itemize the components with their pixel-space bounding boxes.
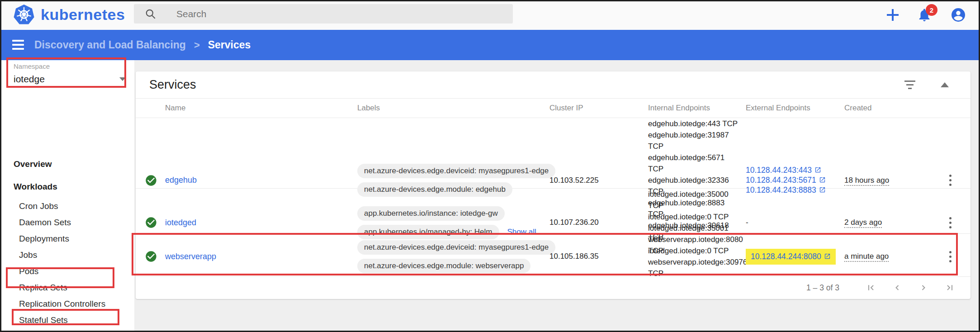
sidebar-item-cron-jobs[interactable]: Cron Jobs (19, 201, 58, 211)
table-row: edgehub net.azure-devices.edge.deviceid:… (136, 118, 971, 189)
table-header-row: Name Labels Cluster IP Internal Endpoint… (136, 98, 971, 118)
internal-endpoint: edgehub.iotedge:443 TCP (648, 118, 741, 129)
row-actions-menu-icon[interactable] (947, 173, 953, 188)
breadcrumb-current: Services (208, 39, 251, 51)
kubernetes-logo[interactable]: kubernetes (14, 4, 125, 25)
status-ok-icon (145, 216, 157, 229)
sidebar-item-daemon-sets[interactable]: Daemon Sets (19, 218, 71, 228)
sidebar-item-overview[interactable]: Overview (14, 159, 52, 169)
service-name-link[interactable]: iotedged (165, 218, 196, 227)
breadcrumb-parent[interactable]: Discovery and Load Balancing (34, 39, 186, 51)
previous-page-button[interactable] (893, 283, 902, 292)
kubernetes-logo-icon (14, 4, 34, 25)
column-header-internal-endpoints[interactable]: Internal Endpoints (648, 104, 746, 113)
external-endpoint-link[interactable]: 10.128.44.243:5671 (746, 175, 826, 185)
internal-endpoint: iotedged.iotedge:0 TCP (648, 211, 741, 223)
status-ok-icon (145, 250, 157, 263)
sidebar: Namespace iotedge Overview Workloads Cro… (0, 60, 134, 332)
app-window: kubernetes 2 Discovery and (0, 0, 980, 332)
external-endpoint-link-highlighted[interactable]: 10.128.44.244:8080 (746, 249, 836, 265)
label-chip: app.kubernetes.io/managed-by: Helm (357, 225, 499, 239)
internal-endpoint: iotedged.iotedge:35000 TCP (648, 189, 741, 211)
row-actions-menu-icon[interactable] (947, 249, 953, 264)
search-icon (145, 8, 156, 20)
service-name-link[interactable]: edgehub (165, 175, 197, 185)
external-link-icon (819, 186, 826, 193)
cluster-ip-value: 10.107.236.20 (549, 218, 648, 227)
sidebar-item-pods[interactable]: Pods (19, 266, 38, 276)
sidebar-item-stateful-sets[interactable]: Stateful Sets (19, 315, 68, 325)
label-chip: app.kubernetes.io/instance: iotedge-gw (357, 206, 505, 221)
label-chip: net.azure-devices.edge.deviceid: myasegp… (357, 164, 555, 178)
row-actions-menu-icon[interactable] (947, 215, 953, 230)
breadcrumb-separator: > (194, 39, 200, 51)
column-header-external-endpoints[interactable]: External Endpoints (746, 104, 844, 113)
create-resource-button[interactable] (887, 9, 899, 21)
show-all-link[interactable]: Show all (507, 228, 536, 237)
first-page-button[interactable] (866, 283, 876, 292)
logo-text: kubernetes (41, 6, 125, 24)
label-chip: net.azure-devices.edge.module: webserver… (357, 259, 530, 273)
header-actions: 2 (887, 0, 966, 30)
namespace-selector[interactable]: iotedge (14, 73, 126, 87)
card-header: Services (136, 71, 971, 98)
external-endpoint-link[interactable]: 10.128.44.243:443 (746, 166, 821, 175)
internal-endpoint: edgehub.iotedge:5671 TCP (648, 152, 741, 175)
service-name-link[interactable]: webserverapp (165, 252, 216, 261)
namespace-value: iotedge (14, 74, 45, 85)
external-endpoint-link[interactable]: 10.128.44.243:8883 (746, 185, 826, 195)
column-header-cluster-ip[interactable]: Cluster IP (549, 104, 648, 113)
cluster-ip-value: 10.103.52.225 (549, 176, 648, 185)
sidebar-item-deployments[interactable]: Deployments (19, 234, 69, 244)
cluster-ip-value: 10.105.186.35 (549, 252, 648, 261)
search-input[interactable] (176, 9, 466, 19)
external-link-icon (814, 166, 821, 173)
internal-endpoint: webserverapp.iotedge:30976 TCP (648, 256, 741, 279)
top-header: kubernetes 2 (0, 0, 980, 30)
collapse-card-icon[interactable] (941, 82, 949, 87)
label-chip: net.azure-devices.edge.module: edgehub (357, 182, 512, 197)
pagination-bar: 1 – 3 of 3 (136, 277, 971, 299)
column-header-labels[interactable]: Labels (357, 104, 549, 113)
created-value: 2 days ago (844, 218, 882, 228)
created-value: 18 hours ago (844, 176, 889, 186)
internal-endpoint: webserverapp.iotedge:8080 TCP (648, 234, 741, 256)
sidebar-item-replica-sets[interactable]: Replica Sets (19, 283, 67, 293)
breadcrumb: Discovery and Load Balancing > Services (34, 30, 251, 60)
sidebar-item-jobs[interactable]: Jobs (19, 250, 37, 260)
status-ok-icon (145, 174, 157, 187)
user-avatar[interactable] (950, 7, 966, 23)
notifications-button[interactable]: 2 (917, 7, 932, 23)
search-bar[interactable] (134, 4, 513, 24)
services-card: Services Name Labels Cluster IP Internal… (136, 71, 971, 299)
notification-badge: 2 (926, 4, 937, 16)
internal-endpoint: edgehub.iotedge:31987 TCP (648, 129, 741, 152)
namespace-label: Namespace (14, 62, 50, 70)
column-header-name[interactable]: Name (165, 104, 357, 113)
pagination-range: 1 – 3 of 3 (806, 283, 839, 293)
external-link-icon (824, 253, 831, 260)
sidebar-section-workloads[interactable]: Workloads (14, 182, 57, 192)
app-bar: Discovery and Load Balancing > Services (0, 30, 980, 60)
chevron-down-icon (119, 77, 126, 81)
card-title: Services (149, 78, 196, 92)
sidebar-item-replication-controllers[interactable]: Replication Controllers (19, 299, 105, 309)
last-page-button[interactable] (945, 283, 954, 292)
label-chip: net.azure-devices.edge.deviceid: myasegp… (357, 240, 555, 255)
column-header-created[interactable]: Created (844, 104, 917, 113)
menu-icon[interactable] (12, 40, 24, 50)
created-value: a minute ago (844, 252, 889, 262)
external-endpoint-empty: - (746, 218, 844, 227)
table-row: iotedged app.kubernetes.io/instance: iot… (136, 189, 971, 234)
filter-icon[interactable] (904, 81, 915, 89)
external-link-icon (819, 176, 826, 183)
next-page-button[interactable] (919, 283, 928, 292)
table-row: webserverapp net.azure-devices.edge.devi… (136, 234, 971, 277)
